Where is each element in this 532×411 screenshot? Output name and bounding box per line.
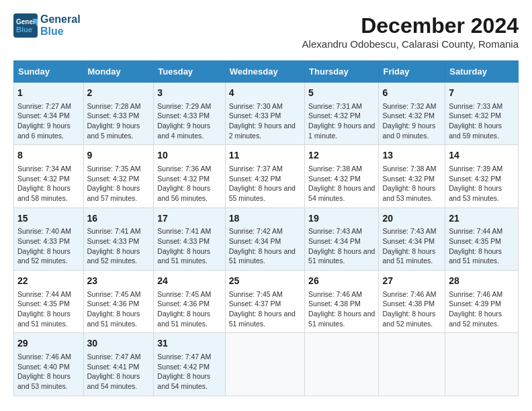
day-info: Daylight: 9 hours and 0 minutes. — [382, 121, 441, 140]
day-info: Daylight: 8 hours and 52 minutes. — [382, 309, 441, 328]
day-info: Sunrise: 7:42 AM — [229, 226, 301, 236]
calendar-cell: 1Sunrise: 7:27 AMSunset: 4:34 PMDaylight… — [14, 83, 84, 145]
calendar-cell: 16Sunrise: 7:41 AMSunset: 4:33 PMDayligh… — [83, 208, 154, 270]
day-info: Daylight: 8 hours and 51 minutes. — [157, 246, 221, 266]
day-info: Sunrise: 7:39 AM — [449, 164, 515, 174]
day-info: Daylight: 8 hours and 57 minutes. — [87, 183, 150, 203]
day-number: 2 — [87, 87, 150, 100]
day-number: 17 — [157, 212, 221, 226]
day-info: Sunset: 4:36 PM — [87, 299, 150, 309]
calendar-week-2: 8Sunrise: 7:34 AMSunset: 4:32 PMDaylight… — [14, 145, 519, 208]
day-number: 1 — [17, 87, 80, 100]
day-info: Sunrise: 7:27 AM — [17, 101, 80, 111]
day-number: 18 — [229, 212, 301, 226]
page-title: December 2024 — [302, 13, 519, 38]
page-subtitle: Alexandru Odobescu, Calarasi County, Rom… — [302, 38, 519, 50]
day-info: Sunrise: 7:32 AM — [382, 101, 441, 111]
day-info: Sunset: 4:34 PM — [17, 111, 80, 121]
calendar-cell: 31Sunrise: 7:47 AMSunset: 4:42 PMDayligh… — [154, 333, 225, 396]
logo: General Blue General Blue — [13, 13, 81, 38]
day-info: Sunset: 4:39 PM — [449, 299, 515, 309]
calendar-cell — [445, 333, 519, 396]
day-info: Sunrise: 7:45 AM — [157, 289, 221, 300]
day-number: 9 — [87, 149, 150, 163]
calendar-cell: 15Sunrise: 7:40 AMSunset: 4:33 PMDayligh… — [14, 208, 84, 270]
day-info: Daylight: 8 hours and 59 minutes. — [449, 121, 515, 140]
day-info: Sunset: 4:41 PM — [87, 362, 150, 372]
calendar-cell: 2Sunrise: 7:28 AMSunset: 4:33 PMDaylight… — [83, 83, 154, 145]
col-header-sunday: Sunday — [14, 61, 84, 83]
day-info: Sunrise: 7:36 AM — [157, 164, 221, 174]
day-info: Sunset: 4:33 PM — [87, 236, 150, 246]
day-info: Daylight: 8 hours and 51 minutes. — [229, 309, 301, 328]
day-info: Sunrise: 7:44 AM — [449, 226, 515, 236]
day-info: Daylight: 8 hours and 51 minutes. — [87, 309, 150, 328]
day-number: 11 — [229, 149, 301, 163]
day-info: Sunset: 4:33 PM — [157, 111, 221, 121]
calendar-cell: 5Sunrise: 7:31 AMSunset: 4:32 PMDaylight… — [305, 83, 379, 145]
day-number: 19 — [308, 212, 375, 226]
calendar-cell: 3Sunrise: 7:29 AMSunset: 4:33 PMDaylight… — [154, 83, 225, 145]
day-info: Daylight: 8 hours and 51 minutes. — [449, 246, 515, 266]
day-info: Sunset: 4:32 PM — [449, 174, 515, 184]
calendar-cell: 23Sunrise: 7:45 AMSunset: 4:36 PMDayligh… — [83, 271, 154, 333]
day-info: Sunrise: 7:46 AM — [449, 289, 515, 300]
day-number: 13 — [382, 149, 441, 163]
day-info: Sunset: 4:32 PM — [308, 174, 375, 184]
calendar-cell: 12Sunrise: 7:38 AMSunset: 4:32 PMDayligh… — [305, 145, 379, 208]
day-info: Daylight: 8 hours and 51 minutes. — [308, 246, 375, 266]
calendar-cell: 9Sunrise: 7:35 AMSunset: 4:32 PMDaylight… — [83, 145, 154, 208]
day-info: Sunrise: 7:40 AM — [17, 226, 80, 236]
day-number: 5 — [308, 87, 375, 100]
day-info: Daylight: 8 hours and 52 minutes. — [17, 246, 80, 266]
day-info: Sunrise: 7:47 AM — [87, 352, 150, 362]
logo-icon: General Blue — [13, 13, 38, 38]
day-info: Sunrise: 7:38 AM — [382, 164, 441, 174]
day-number: 22 — [17, 275, 80, 288]
day-number: 24 — [157, 275, 221, 288]
day-info: Sunrise: 7:43 AM — [308, 226, 375, 236]
svg-text:Blue: Blue — [16, 26, 32, 34]
day-info: Sunrise: 7:37 AM — [229, 164, 301, 174]
day-number: 7 — [449, 87, 515, 100]
calendar-cell: 20Sunrise: 7:43 AMSunset: 4:34 PMDayligh… — [379, 208, 445, 270]
day-info: Sunset: 4:33 PM — [229, 111, 301, 121]
calendar-week-1: 1Sunrise: 7:27 AMSunset: 4:34 PMDaylight… — [14, 83, 519, 145]
day-number: 21 — [449, 212, 515, 226]
day-info: Sunset: 4:32 PM — [87, 174, 150, 184]
day-number: 6 — [382, 87, 441, 100]
day-info: Sunrise: 7:30 AM — [229, 101, 301, 111]
day-info: Sunrise: 7:44 AM — [17, 289, 80, 300]
calendar-cell — [225, 333, 304, 396]
day-info: Sunset: 4:34 PM — [229, 236, 301, 246]
day-info: Sunset: 4:32 PM — [382, 174, 441, 184]
day-number: 4 — [229, 87, 301, 100]
day-info: Daylight: 8 hours and 58 minutes. — [17, 183, 80, 203]
day-info: Daylight: 8 hours and 51 minutes. — [157, 309, 221, 328]
col-header-friday: Friday — [379, 61, 445, 83]
calendar-cell: 17Sunrise: 7:41 AMSunset: 4:33 PMDayligh… — [154, 208, 225, 270]
calendar-cell: 4Sunrise: 7:30 AMSunset: 4:33 PMDaylight… — [225, 83, 304, 145]
day-info: Sunset: 4:32 PM — [382, 111, 441, 121]
title-section: December 2024 Alexandru Odobescu, Calara… — [302, 13, 519, 50]
calendar-cell: 18Sunrise: 7:42 AMSunset: 4:34 PMDayligh… — [225, 208, 304, 270]
day-info: Sunset: 4:38 PM — [308, 299, 375, 309]
day-number: 15 — [17, 212, 80, 226]
calendar-cell: 10Sunrise: 7:36 AMSunset: 4:32 PMDayligh… — [154, 145, 225, 208]
day-info: Sunrise: 7:41 AM — [87, 226, 150, 236]
day-info: Daylight: 9 hours and 1 minute. — [308, 121, 375, 140]
day-info: Sunset: 4:35 PM — [449, 236, 515, 246]
day-info: Daylight: 8 hours and 51 minutes. — [229, 246, 301, 266]
day-number: 3 — [157, 87, 221, 100]
day-number: 12 — [308, 149, 375, 163]
day-info: Sunrise: 7:35 AM — [87, 164, 150, 174]
logo-line2: Blue — [40, 26, 81, 38]
day-number: 8 — [17, 149, 80, 163]
day-info: Sunrise: 7:45 AM — [87, 289, 150, 300]
calendar-cell: 28Sunrise: 7:46 AMSunset: 4:39 PMDayligh… — [445, 271, 519, 333]
day-info: Sunrise: 7:46 AM — [382, 289, 441, 300]
calendar-cell: 19Sunrise: 7:43 AMSunset: 4:34 PMDayligh… — [305, 208, 379, 270]
day-info: Sunset: 4:32 PM — [229, 174, 301, 184]
day-info: Sunset: 4:32 PM — [17, 174, 80, 184]
day-info: Sunrise: 7:47 AM — [157, 352, 221, 362]
